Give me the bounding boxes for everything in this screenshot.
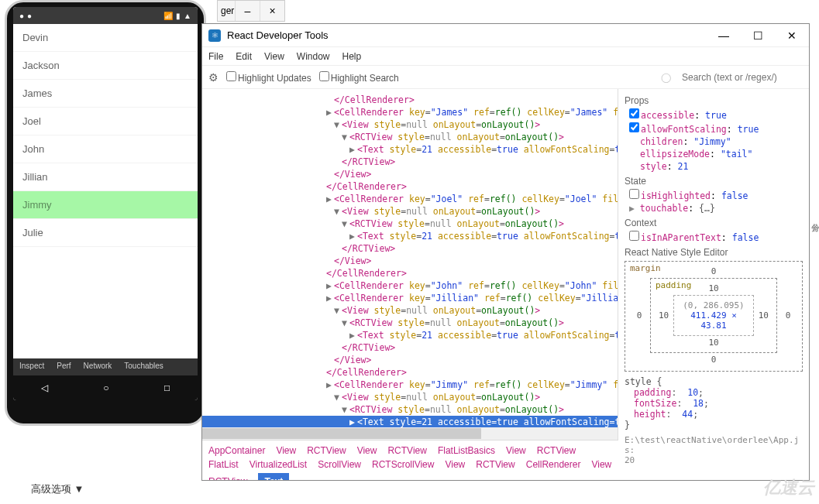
breadcrumb-item[interactable]: ScrollView (318, 459, 361, 470)
list-item[interactable]: Jimmy (13, 191, 198, 219)
list-item[interactable]: Jackson (13, 52, 198, 80)
breadcrumb-item[interactable]: RCTView (476, 459, 514, 470)
tree-node[interactable]: </RCTView> (202, 242, 618, 255)
breadcrumb-item[interactable]: RCTScrollView (372, 459, 434, 470)
tree-node[interactable]: ▶<CellRenderer key="Jimmy" ref=ref() cel… (202, 379, 618, 391)
box-model-margin[interactable]: margin 0 0 padding 10 10 (0, 286.095) 41… (625, 261, 803, 372)
breadcrumb-item[interactable]: View (445, 459, 465, 470)
scrollbar-thumb[interactable] (202, 428, 481, 439)
list-item[interactable]: James (13, 80, 198, 108)
tree-node[interactable]: ▼<View style=null onLayout=onLayout()> (202, 118, 618, 131)
search-input[interactable] (679, 70, 803, 84)
highlight-updates-toggle[interactable]: Highlight Updates (226, 71, 311, 84)
menu-view[interactable]: View (264, 51, 284, 62)
bg-tab-close-button[interactable]: × (260, 1, 284, 21)
breadcrumb-item[interactable]: View (357, 445, 377, 456)
tree-node[interactable]: </CellRenderer> (202, 366, 618, 379)
tree-node[interactable]: ▼<RCTView style=null onLayout=onLayout()… (202, 317, 618, 329)
tree-node[interactable]: ▶<CellRenderer key="Joel" ref=ref() cell… (202, 193, 618, 205)
margin-left-value[interactable]: 0 (628, 310, 650, 321)
tree-node[interactable]: ▶<Text style=21 accessible=true allowFon… (202, 143, 618, 156)
box-model-padding[interactable]: padding 10 10 (0, 286.095) 411.429 × 43.… (650, 278, 777, 353)
breadcrumb-item[interactable]: View (276, 445, 296, 456)
prop-row[interactable]: allowFontScaling: true (625, 122, 803, 135)
prop-row[interactable]: ellipsizeMode: "tail" (625, 148, 803, 160)
breadcrumb-selected[interactable]: Text (258, 473, 289, 480)
tree-node[interactable]: ▶<Text style=21 accessible=true allowFon… (202, 230, 618, 242)
prop-row[interactable]: children: "Jimmy" (625, 135, 803, 148)
menu-file[interactable]: File (208, 51, 223, 62)
devtab-inspect[interactable]: Inspect (13, 358, 50, 375)
prop-row[interactable]: accessible: true (625, 108, 803, 122)
tree-node[interactable]: ▶<Text style=21 accessible=true allowFon… (202, 329, 618, 341)
tree-node[interactable]: </View> (202, 255, 618, 267)
breadcrumb-item[interactable]: View (506, 445, 526, 456)
gear-icon[interactable]: ⚙ (208, 71, 219, 84)
devtab-network[interactable]: Network (77, 358, 119, 375)
padding-left-value[interactable]: 10 (654, 310, 673, 321)
prop-checkbox[interactable] (629, 189, 639, 199)
margin-bottom-value[interactable]: 0 (628, 353, 799, 366)
tree-node[interactable]: </View> (202, 168, 618, 180)
menu-help[interactable]: Help (342, 51, 362, 62)
padding-right-value[interactable]: 10 (754, 310, 773, 321)
list-item[interactable]: Julie (13, 219, 198, 247)
tree-node[interactable]: ▼<View style=null onLayout=onLayout()> (202, 391, 618, 403)
home-button[interactable]: ○ (103, 382, 108, 393)
list-item[interactable]: Joel (13, 108, 198, 135)
recent-button[interactable]: □ (164, 382, 170, 393)
close-button[interactable]: ✕ (775, 25, 809, 46)
devtab-touchables[interactable]: Touchables (118, 358, 170, 375)
prop-checkbox[interactable] (629, 108, 639, 118)
highlight-search-checkbox[interactable] (319, 71, 329, 81)
tree-node[interactable]: ▶<CellRenderer key="Jillian" ref=ref() c… (202, 292, 618, 304)
list-item[interactable]: Jillian (13, 163, 198, 191)
breadcrumb-item[interactable]: FlatListBasics (438, 445, 495, 456)
back-button[interactable]: ◁ (41, 382, 48, 393)
menu-window[interactable]: Window (297, 51, 330, 62)
breadcrumb-item[interactable]: CellRenderer (526, 459, 581, 470)
prop-checkbox[interactable] (629, 122, 639, 132)
breadcrumb-item[interactable]: VirtualizedList (249, 459, 307, 470)
minimize-button[interactable]: — (707, 25, 741, 46)
tree-node[interactable]: </CellRenderer> (202, 267, 618, 279)
breadcrumb-item[interactable]: FlatList (208, 459, 239, 470)
bg-tab-minimize-button[interactable]: – (235, 1, 260, 21)
breadcrumb-item[interactable]: RCTView (387, 445, 426, 456)
menu-edit[interactable]: Edit (236, 51, 252, 62)
style-block[interactable]: style { padding: 10;fontSize: 18;height:… (625, 376, 803, 430)
breadcrumb-item[interactable]: RCTView (537, 445, 576, 456)
breadcrumb-item[interactable]: RCTView (307, 445, 346, 456)
prop-row[interactable]: isInAParentText: false (625, 230, 803, 244)
tree-node[interactable]: ▼<RCTView style=null onLayout=onLayout()… (202, 403, 618, 416)
devtab-perf[interactable]: Perf (50, 358, 77, 375)
list-item[interactable]: Devin (13, 24, 198, 52)
breadcrumb-item[interactable]: AppContainer (208, 445, 265, 456)
phone-flatlist[interactable]: DevinJacksonJamesJoelJohnJillianJimmyJul… (13, 24, 198, 247)
tree-node[interactable]: ▶<Text style=21 accessible=true allowFon… (202, 416, 618, 428)
tree-node[interactable]: </View> (202, 354, 618, 366)
tree-node[interactable]: ▼<View style=null onLayout=onLayout()> (202, 304, 618, 317)
tree-node[interactable]: ▼<View style=null onLayout=onLayout()> (202, 205, 618, 218)
tree-node[interactable]: ▼<RCTView style=null onLayout=onLayout()… (202, 131, 618, 143)
component-tree[interactable]: </CellRenderer>▶<CellRenderer key="James… (202, 89, 618, 440)
prop-row[interactable]: style: 21 (625, 160, 803, 173)
maximize-button[interactable]: ☐ (741, 25, 775, 46)
highlight-updates-checkbox[interactable] (226, 71, 236, 81)
prop-row[interactable]: isHighlighted: false (625, 188, 803, 202)
tree-node[interactable]: ▼<RCTView style=null onLayout=onLayout()… (202, 218, 618, 230)
padding-bottom-value[interactable]: 10 (654, 336, 773, 349)
tree-node[interactable]: </CellRenderer> (202, 180, 618, 193)
prop-checkbox[interactable] (629, 231, 639, 241)
style-rule[interactable]: padding: 10; (625, 387, 803, 398)
tree-node[interactable]: </RCTView> (202, 156, 618, 168)
breadcrumb-item[interactable]: RCTView (208, 476, 247, 480)
margin-right-value[interactable]: 0 (777, 310, 799, 321)
prop-row[interactable]: ▶ touchable: {…} (625, 202, 803, 214)
tree-node[interactable]: ▶<CellRenderer key="James" ref=ref() cel… (202, 106, 618, 118)
list-item[interactable]: John (13, 135, 198, 163)
highlight-search-toggle[interactable]: Highlight Search (319, 71, 399, 84)
breadcrumb-item[interactable]: View (591, 459, 611, 470)
horizontal-scrollbar[interactable] (202, 427, 618, 440)
style-rule[interactable]: fontSize: 18; (625, 398, 803, 409)
